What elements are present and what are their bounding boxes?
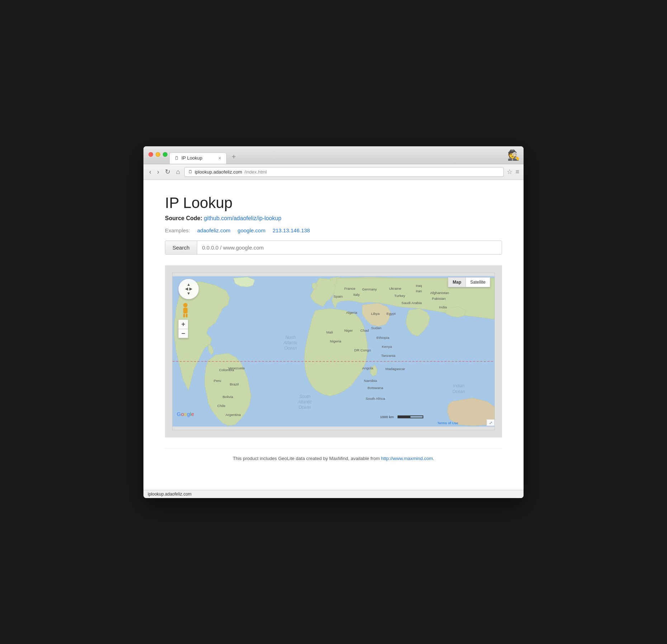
bookmark-button[interactable]: ☆ — [507, 168, 512, 176]
svg-text:South Africa: South Africa — [366, 396, 385, 400]
map-type-switcher: Map Satellite — [448, 277, 490, 287]
svg-rect-53 — [183, 308, 188, 313]
browser-window: 🗒 IP Lookup × + 🕵️ ‹ › ↻ ⌂ 🗒 iplookup.ad… — [143, 146, 524, 498]
toolbar-icons: ☆ ≡ — [507, 168, 519, 176]
svg-text:Chad: Chad — [360, 328, 369, 332]
svg-text:Bolivia: Bolivia — [223, 394, 233, 398]
source-code-line: Source Code: github.com/adaofeliz/ip-loo… — [165, 215, 502, 222]
zoom-controls: + − — [178, 319, 188, 338]
traffic-lights — [148, 152, 167, 157]
tab-bar: 🗒 IP Lookup × + — [169, 150, 241, 164]
svg-text:India: India — [439, 305, 447, 309]
svg-text:Colombia: Colombia — [219, 368, 235, 371]
svg-text:Libya: Libya — [371, 312, 380, 316]
svg-text:Indian: Indian — [453, 383, 465, 388]
title-bar: 🗒 IP Lookup × + 🕵️ — [143, 146, 524, 164]
zoom-out-button[interactable]: − — [178, 329, 188, 338]
maximize-button[interactable] — [163, 152, 167, 157]
spy-icon: 🕵️ — [507, 149, 520, 161]
svg-text:Pakistan: Pakistan — [432, 297, 445, 300]
address-path: /index.html — [244, 169, 267, 175]
pegman-icon[interactable] — [181, 303, 190, 317]
svg-text:Ocean: Ocean — [453, 389, 465, 394]
svg-text:Ocean: Ocean — [299, 404, 312, 409]
examples-line: Examples: adaofeliz.com google.com 213.1… — [165, 227, 502, 233]
map-type-map-button[interactable]: Map — [448, 278, 466, 287]
svg-text:DR Congo: DR Congo — [354, 348, 371, 352]
svg-text:Namibia: Namibia — [364, 378, 377, 382]
tab-page-icon: 🗒 — [175, 156, 179, 161]
page-icon: 🗒 — [188, 169, 193, 174]
footer-text-after: . — [433, 456, 434, 461]
svg-rect-54 — [183, 314, 185, 317]
map-inner[interactable]: Germany France Italy Spain Ukraine Turke… — [172, 273, 495, 430]
svg-point-52 — [183, 303, 188, 307]
svg-text:1000 km: 1000 km — [380, 415, 394, 418]
svg-text:Algeria: Algeria — [346, 311, 357, 314]
address-bar[interactable]: 🗒 iplookup.adaofeliz.com/index.html — [184, 167, 504, 177]
address-base: iplookup.adaofeliz.com — [195, 169, 242, 175]
footer: This product includes GeoLite data creat… — [165, 448, 502, 468]
svg-text:Madagascar: Madagascar — [385, 366, 406, 370]
svg-text:Tanzania: Tanzania — [381, 353, 396, 357]
svg-rect-48 — [398, 416, 411, 418]
svg-text:Iraq: Iraq — [416, 284, 422, 288]
tab-title: IP Lookup — [181, 155, 202, 161]
svg-text:Germany: Germany — [362, 287, 377, 291]
source-code-link[interactable]: github.com/adaofeliz/ip-lookup — [204, 215, 281, 221]
svg-text:Ocean: Ocean — [284, 346, 297, 351]
toolbar: ‹ › ↻ ⌂ 🗒 iplookup.adaofeliz.com/index.h… — [143, 164, 524, 180]
new-tab-button[interactable]: + — [227, 150, 241, 164]
google-logo: Google — [177, 411, 194, 417]
svg-text:Angola: Angola — [362, 366, 373, 370]
minimize-button[interactable] — [156, 152, 160, 157]
svg-text:Peru: Peru — [214, 378, 221, 382]
map-svg: Germany France Italy Spain Ukraine Turke… — [172, 273, 495, 430]
status-bar: iplookup.adaofeliz.com — [143, 490, 524, 498]
svg-text:Chile: Chile — [217, 403, 226, 407]
active-tab[interactable]: 🗒 IP Lookup × — [169, 152, 227, 164]
example-link-1[interactable]: adaofeliz.com — [197, 227, 231, 233]
svg-text:Iran: Iran — [416, 289, 422, 293]
nav-arrows: ▲◀ ▶▼ — [185, 282, 192, 295]
svg-text:Botswana: Botswana — [368, 385, 383, 389]
svg-text:Italy: Italy — [353, 293, 360, 297]
map-navigation[interactable]: ▲◀ ▶▼ — [178, 279, 199, 299]
svg-text:Niger: Niger — [344, 328, 353, 332]
svg-text:Ukraine: Ukraine — [389, 287, 402, 290]
search-bar: Search — [165, 241, 502, 255]
svg-text:South: South — [299, 394, 311, 399]
back-button[interactable]: ‹ — [148, 167, 153, 176]
svg-text:Afghanistan: Afghanistan — [430, 291, 449, 295]
svg-text:Atlantic: Atlantic — [298, 399, 312, 404]
svg-text:Ethiopia: Ethiopia — [377, 336, 389, 340]
map-container: Germany France Italy Spain Ukraine Turke… — [165, 265, 502, 437]
tab-close-button[interactable]: × — [218, 155, 221, 161]
svg-text:Sudan: Sudan — [371, 326, 382, 330]
page-content: IP Lookup Source Code: github.com/adaofe… — [143, 180, 524, 490]
svg-text:Kenya: Kenya — [382, 345, 392, 349]
zoom-in-button[interactable]: + — [178, 319, 188, 329]
svg-text:France: France — [344, 287, 355, 290]
map-type-satellite-button[interactable]: Satellite — [466, 278, 490, 287]
svg-text:Brazil: Brazil — [230, 382, 239, 386]
search-input[interactable] — [197, 241, 502, 254]
search-button[interactable]: Search — [165, 241, 197, 254]
example-link-2[interactable]: google.com — [238, 227, 266, 233]
menu-button[interactable]: ≡ — [515, 168, 519, 176]
svg-text:Terms of Use: Terms of Use — [437, 421, 458, 425]
example-link-3[interactable]: 213.13.146.138 — [273, 227, 310, 233]
examples-label: Examples: — [165, 227, 190, 233]
footer-maxmind-link[interactable]: http://www.maxmind.com — [381, 456, 433, 461]
close-button[interactable] — [148, 152, 153, 157]
status-text: iplookup.adaofeliz.com — [148, 492, 191, 497]
reload-button[interactable]: ↻ — [164, 167, 172, 176]
svg-text:Saudi Arabia: Saudi Arabia — [402, 301, 422, 305]
footer-text-before: This product includes GeoLite data creat… — [233, 456, 381, 461]
forward-button[interactable]: › — [156, 167, 161, 176]
source-label: Source Code: — [165, 215, 202, 221]
svg-text:Spain: Spain — [334, 294, 343, 298]
svg-text:Argentina: Argentina — [226, 412, 241, 416]
svg-text:Egypt: Egypt — [387, 312, 396, 316]
home-button[interactable]: ⌂ — [175, 167, 181, 176]
